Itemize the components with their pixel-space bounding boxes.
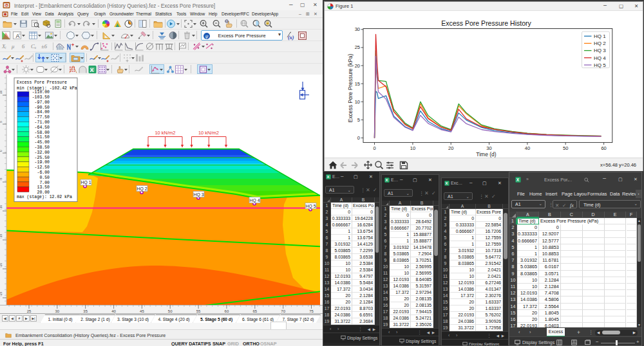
svg-text:55: 55 [196, 309, 201, 313]
svg-text:10 kN/m2: 10 kN/m2 [155, 130, 175, 136]
svg-text:HQ 1: HQ 1 [81, 180, 91, 185]
svg-text:-97.00: -97.00 [35, 100, 50, 105]
svg-text:-15: -15 [0, 234, 3, 239]
svg-text:HQ 2: HQ 2 [594, 41, 606, 46]
svg-text:15: 15 [355, 81, 360, 87]
svg-text:-45.00: -45.00 [35, 140, 50, 145]
svg-text:30: 30 [355, 26, 360, 32]
svg-text:40: 40 [111, 309, 116, 313]
svg-text:Excess Pore Pressure (kPa): Excess Pore Pressure (kPa) [347, 53, 354, 122]
svg-text:0.50: 0.50 [39, 176, 50, 180]
svg-text:25: 25 [355, 44, 360, 50]
svg-text:X: X [446, 181, 448, 185]
svg-text:40: 40 [525, 145, 530, 151]
svg-text:13.50: 13.50 [37, 185, 50, 190]
svg-text:Excess Pore Pressure History: Excess Pore Pressure History [441, 19, 531, 27]
svg-text:20: 20 [448, 145, 453, 151]
svg-text:-10: -10 [0, 205, 3, 210]
svg-text:30: 30 [486, 145, 491, 151]
svg-text:0: 0 [357, 135, 360, 141]
svg-text:5: 5 [357, 117, 360, 123]
svg-text:-71.00: -71.00 [35, 120, 50, 125]
svg-text:-25.50: -25.50 [35, 156, 50, 160]
svg-text:HQ 5: HQ 5 [306, 204, 316, 209]
svg-text:10: 10 [355, 99, 360, 105]
svg-text:HQ 3: HQ 3 [194, 192, 204, 197]
svg-text:X: X [516, 178, 520, 182]
svg-text:10: 10 [0, 90, 3, 94]
svg-text:-6.00: -6.00 [37, 170, 50, 175]
svg-text:65: 65 [252, 309, 257, 313]
svg-text:X: X [327, 175, 330, 179]
svg-text:5: 5 [0, 121, 3, 123]
svg-text:max (stage): 12.02 kPa: max (stage): 12.02 kPa [17, 195, 72, 199]
svg-text:fe: fe [5, 3, 8, 7]
svg-text:20: 20 [355, 63, 360, 69]
svg-text:Time (d): Time (d) [476, 151, 496, 158]
svg-text:75: 75 [309, 309, 314, 313]
svg-text:Excess Pore Pressure: Excess Pore Pressure [17, 80, 67, 85]
svg-text:HQ 4: HQ 4 [594, 55, 606, 61]
svg-text:30: 30 [55, 309, 59, 313]
svg-text:-20: -20 [0, 263, 3, 268]
svg-text:-5: -5 [0, 178, 3, 181]
svg-text:HQ 1: HQ 1 [594, 33, 606, 39]
svg-text:HQ 2: HQ 2 [137, 187, 147, 192]
svg-text:35: 35 [83, 309, 88, 313]
svg-text:-38.50: -38.50 [35, 145, 50, 150]
svg-text:A: A [16, 32, 20, 39]
svg-text:-84.00: -84.00 [35, 110, 50, 114]
svg-text:HQ 3: HQ 3 [594, 48, 606, 53]
svg-text:-51.50: -51.50 [35, 135, 50, 140]
svg-text:50: 50 [563, 145, 568, 151]
svg-text:70: 70 [281, 309, 285, 313]
svg-text:X: X [386, 178, 388, 182]
svg-text:-19.00: -19.00 [35, 160, 50, 165]
svg-text:-12.50: -12.50 [35, 165, 50, 170]
svg-text:-90.50: -90.50 [35, 105, 50, 110]
svg-text:-58.00: -58.00 [35, 131, 50, 135]
svg-text:10: 10 [410, 145, 415, 151]
svg-text:X: X [90, 67, 94, 73]
svg-text:45: 45 [140, 309, 144, 313]
svg-text:-103.50: -103.50 [32, 95, 50, 100]
svg-text:HQ 4: HQ 4 [250, 198, 260, 203]
svg-text:25: 25 [27, 309, 32, 313]
svg-text:-32.00: -32.00 [35, 150, 50, 155]
svg-text:7.00: 7.00 [39, 181, 50, 185]
svg-text:-110.00: -110.00 [32, 90, 50, 95]
svg-text:10 kN/m2: 10 kN/m2 [198, 130, 219, 136]
svg-text:60: 60 [601, 145, 606, 151]
svg-text:0: 0 [373, 145, 375, 151]
svg-text:-64.50: -64.50 [35, 125, 50, 130]
svg-text:60: 60 [225, 309, 229, 313]
svg-text:0: 0 [0, 150, 3, 152]
svg-text:50: 50 [168, 309, 173, 313]
svg-text:HQ 5: HQ 5 [594, 62, 606, 68]
svg-text:-77.50: -77.50 [35, 115, 50, 120]
svg-text:-25: -25 [0, 292, 3, 296]
svg-text:(x): (x) [288, 35, 294, 41]
